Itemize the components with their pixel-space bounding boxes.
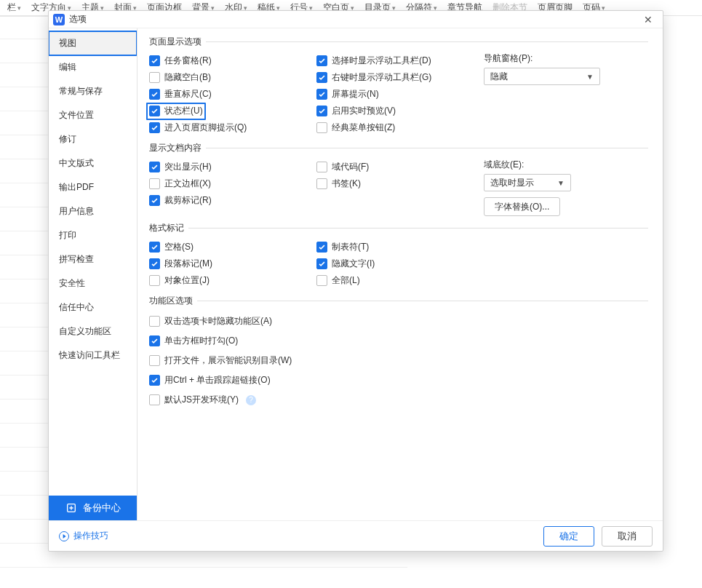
checkbox[interactable]	[149, 316, 160, 327]
checkbox-label[interactable]: 裁剪标记(R)	[164, 194, 212, 207]
checkbox[interactable]	[316, 258, 327, 269]
checkbox-label[interactable]: 制表符(T)	[332, 241, 369, 253]
page-display-option: 任务窗格(R)	[149, 52, 316, 69]
checkbox[interactable]	[149, 106, 160, 116]
play-icon	[59, 531, 69, 541]
sidebar-item[interactable]: 视图	[49, 31, 137, 55]
checkbox-label[interactable]: 默认JS开发环境(Y)	[164, 394, 239, 406]
page-display-option: 经典菜单按钮(Z)	[316, 119, 484, 136]
sidebar-item[interactable]: 修订	[49, 127, 137, 151]
checkbox[interactable]	[149, 122, 160, 133]
page-display-option: 垂直标尺(C)	[149, 86, 316, 103]
checkbox[interactable]	[316, 55, 327, 66]
checkbox-label[interactable]: 隐藏空白(B)	[164, 71, 211, 84]
sidebar-item[interactable]: 打印	[49, 223, 137, 247]
checkbox-label[interactable]: 全部(L)	[332, 274, 360, 287]
sidebar-item[interactable]: 编辑	[49, 55, 137, 79]
ok-button[interactable]: 确定	[543, 526, 594, 547]
close-button[interactable]: ✕	[638, 11, 658, 28]
backup-center-button[interactable]: 备份中心	[49, 496, 137, 520]
options-sidebar: 视图编辑常规与保存文件位置修订中文版式输出PDF用户信息打印拼写检查安全性信任中…	[49, 28, 137, 520]
checkbox[interactable]	[149, 275, 160, 286]
sidebar-item[interactable]: 自定义功能区	[49, 319, 137, 343]
checkbox[interactable]	[316, 72, 327, 83]
checkbox-label[interactable]: 经典菜单按钮(Z)	[332, 122, 395, 134]
checkbox-label[interactable]: 对象位置(J)	[164, 274, 210, 287]
checkbox[interactable]	[149, 178, 160, 189]
sidebar-item[interactable]: 中文版式	[49, 151, 137, 175]
sidebar-item[interactable]: 安全性	[49, 271, 137, 295]
checkbox[interactable]	[316, 89, 327, 100]
checkbox-label[interactable]: 屏幕提示(N)	[332, 88, 379, 100]
field-shading-label: 域底纹(E):	[484, 159, 607, 171]
backup-icon	[65, 502, 77, 514]
page-display-option: 进入页眉页脚提示(Q)	[149, 119, 316, 136]
field-shading-value: 选取时显示	[490, 177, 534, 189]
doc-content-col-right: 域底纹(E): 选取时显示 ▼ 字体替换(O)...	[484, 159, 607, 216]
checkbox-label[interactable]: 垂直标尺(C)	[164, 88, 212, 100]
checkbox-label[interactable]: 段落标记(M)	[164, 258, 212, 270]
nav-pane-combo[interactable]: 隐藏 ▼	[484, 68, 600, 85]
checkbox-label[interactable]: 空格(S)	[164, 241, 194, 253]
checkbox-label[interactable]: 启用实时预览(V)	[332, 105, 396, 117]
checkbox-label[interactable]: 隐藏文字(I)	[332, 258, 375, 270]
page-display-option: 隐藏空白(B)	[149, 69, 316, 86]
checkbox[interactable]	[149, 258, 160, 269]
checkbox-label[interactable]: 双击选项卡时隐藏功能区(A)	[164, 315, 272, 327]
font-substitution-button[interactable]: 字体替换(O)...	[484, 197, 560, 216]
group-page-display: 页面显示选项 任务窗格(R)隐藏空白(B)垂直标尺(C)状态栏(U)进入页眉页脚…	[149, 36, 648, 136]
cancel-button[interactable]: 取消	[602, 526, 653, 547]
checkbox[interactable]	[149, 55, 160, 66]
checkbox[interactable]	[316, 122, 327, 133]
help-icon[interactable]: ?	[246, 395, 256, 405]
checkbox[interactable]	[149, 375, 160, 386]
checkbox[interactable]	[316, 106, 327, 116]
checkbox-label[interactable]: 任务窗格(R)	[164, 55, 212, 67]
checkbox-label[interactable]: 进入页眉页脚提示(Q)	[164, 122, 247, 134]
checkbox-label[interactable]: 突出显示(H)	[164, 161, 212, 173]
checkbox[interactable]	[149, 242, 160, 253]
checkbox-label[interactable]: 书签(K)	[332, 178, 361, 190]
checkbox[interactable]	[149, 162, 160, 172]
format-mark-option: 对象位置(J)	[149, 272, 316, 289]
sidebar-item[interactable]: 用户信息	[49, 199, 137, 223]
group-title-page-display: 页面显示选项	[149, 36, 648, 48]
format-mark-option: 全部(L)	[316, 272, 484, 289]
format-col-mid: 制表符(T)隐藏文字(I)全部(L)	[316, 239, 484, 289]
checkbox[interactable]	[149, 89, 160, 100]
ribbon-option: 双击选项卡时隐藏功能区(A)	[149, 311, 648, 331]
checkbox[interactable]	[149, 72, 160, 83]
checkbox-label[interactable]: 选择时显示浮动工具栏(D)	[332, 55, 431, 67]
checkbox[interactable]	[316, 162, 327, 172]
checkbox[interactable]	[316, 242, 327, 253]
sidebar-item[interactable]: 信任中心	[49, 295, 137, 319]
group-format-marks: 格式标记 空格(S)段落标记(M)对象位置(J) 制表符(T)隐藏文字(I)全部…	[149, 222, 648, 289]
parent-menu-item[interactable]: 栏▾	[3, 0, 25, 16]
sidebar-item[interactable]: 输出PDF	[49, 175, 137, 199]
sidebar-item[interactable]: 拼写检查	[49, 247, 137, 271]
sidebar-item[interactable]: 快速访问工具栏	[49, 343, 137, 368]
page-display-col-mid: 选择时显示浮动工具栏(D)右键时显示浮动工具栏(G)屏幕提示(N)启用实时预览(…	[316, 52, 484, 136]
sidebar-item[interactable]: 常规与保存	[49, 79, 137, 103]
checkbox[interactable]	[316, 275, 327, 286]
checkbox-label[interactable]: 域代码(F)	[332, 161, 369, 173]
page-display-option: 状态栏(U)	[149, 103, 316, 119]
sidebar-item[interactable]: 文件位置	[49, 103, 137, 127]
page-display-option: 启用实时预览(V)	[316, 103, 484, 119]
checkbox-label[interactable]: 单击方框时打勾(O)	[164, 335, 238, 347]
ribbon-option: 单击方框时打勾(O)	[149, 331, 648, 351]
checkbox-label[interactable]: 正文边框(X)	[164, 178, 211, 190]
operation-tips-link[interactable]: 操作技巧	[59, 530, 108, 542]
checkbox-label[interactable]: 状态栏(U)	[164, 105, 203, 117]
checkbox-label[interactable]: 右键时显示浮动工具栏(G)	[332, 71, 431, 84]
checkbox[interactable]	[149, 335, 160, 346]
checkbox[interactable]	[149, 355, 160, 366]
field-shading-combo[interactable]: 选取时显示 ▼	[484, 174, 571, 191]
checkbox-label[interactable]: 用Ctrl + 单击跟踪超链接(O)	[164, 374, 271, 386]
checkbox[interactable]	[149, 195, 160, 206]
checkbox[interactable]	[149, 394, 160, 405]
format-mark-option: 段落标记(M)	[149, 255, 316, 272]
checkbox-label[interactable]: 打开文件，展示智能识别目录(W)	[164, 354, 292, 367]
nav-pane-label: 导航窗格(P):	[484, 52, 607, 65]
checkbox[interactable]	[316, 178, 327, 189]
